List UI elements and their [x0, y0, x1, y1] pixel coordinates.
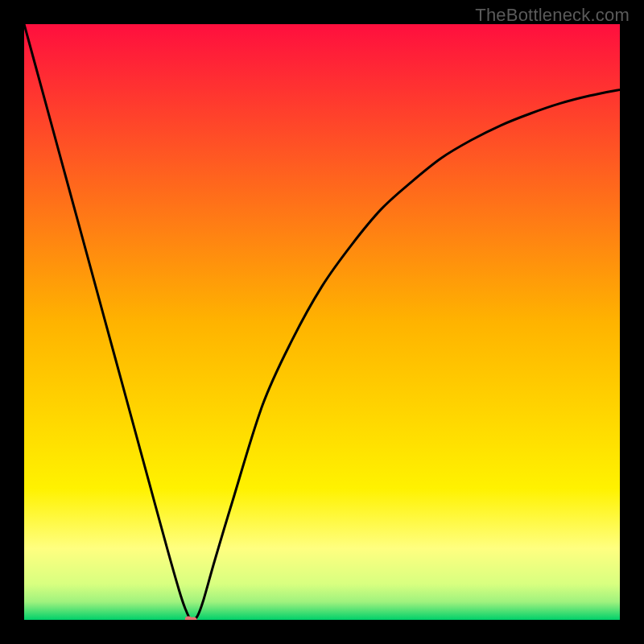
chart-svg — [24, 24, 620, 620]
watermark-text: TheBottleneck.com — [475, 5, 630, 26]
plot-area — [24, 24, 620, 620]
chart-frame: TheBottleneck.com — [0, 0, 644, 644]
